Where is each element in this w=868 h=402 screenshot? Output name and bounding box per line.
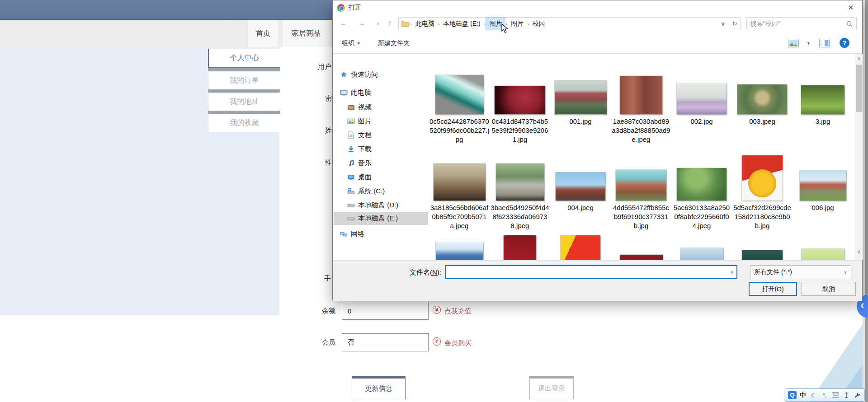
logout-button[interactable]: 退出登录 [529,376,574,399]
punctuation-icon[interactable]: °, [820,391,829,400]
dialog-sidebar-item[interactable]: 网络 [334,228,428,241]
keyboard-icon[interactable] [831,391,840,400]
file-item[interactable] [611,235,671,260]
file-name: 001.jpg [551,117,610,126]
cancel-button[interactable]: 取消 [802,282,856,296]
file-item[interactable]: 5d5acf32d2699cde158d21180c8e9b0b.jpg [732,155,793,230]
file-item[interactable]: 002.jpg [671,73,732,126]
refresh-icon[interactable]: ↻ [729,18,741,30]
menu-separator [208,111,280,114]
dialog-sidebar-item[interactable]: 音乐 [334,157,428,170]
address-dropdown-icon[interactable]: ∨ [717,18,729,30]
nav-tab-home[interactable]: 首页 [248,20,278,47]
dialog-sidebar-label: 图片 [358,117,372,126]
form-label-password: 密 [325,94,332,103]
file-item[interactable]: 006.jpg [793,155,853,212]
dialog-sidebar-item[interactable]: 系统 (C:) [334,185,428,198]
dialog-sidebar-item[interactable]: 下载 [334,143,428,156]
file-item[interactable]: 4dd555472ffb855cb9f69190c377331b.jpg [611,155,671,230]
file-name: 4dd555472ffb855cb9f69190c377331b.jpg [611,203,671,230]
file-thumbnail [800,170,846,201]
filename-input[interactable]: ∨ [445,265,737,279]
file-list-scrollbar[interactable]: ∧ ∨ [855,54,863,260]
scroll-up-icon[interactable]: ∧ [855,55,863,62]
dialog-sidebar-item[interactable]: 文档 [334,129,428,142]
open-button[interactable]: 打开(O) [749,282,797,296]
breadcrumb-item[interactable]: 校园 [529,18,548,30]
file-item[interactable]: 3a8185c56bd606af0b85f9e709b5071a.jpeg [429,155,490,230]
thumbnails-view-icon[interactable] [788,39,799,47]
nav-tab-home-goods[interactable]: 家居商品 [283,20,330,47]
file-item[interactable] [490,235,550,260]
file-item[interactable] [429,235,490,260]
forward-icon[interactable]: → [358,19,366,28]
dialog-sidebar-item[interactable]: 桌面 [334,171,428,184]
file-item[interactable]: 1ae887c030abd89a3d8ba2f88850ad9e.jpeg [611,73,671,144]
file-item[interactable] [671,235,732,260]
dialog-sidebar-item[interactable]: 图片 [334,115,428,128]
dialog-footer: 文件名(N): ∨ 所有文件 (*.*) ∨ 打开(O) 取消 [333,260,862,301]
file-thumbnail-zone [616,155,666,201]
file-item[interactable]: 003.jpeg [732,73,793,126]
file-thumbnail-zone [737,73,787,114]
text-tools-icon[interactable] [842,391,851,400]
sidebar-item-favorites[interactable]: 我的收藏 [208,114,280,132]
search-input[interactable]: 搜索"校园" [746,17,857,30]
chinese-mode-indicator[interactable]: 中 [798,391,807,400]
filename-dropdown-icon[interactable]: ∨ [730,269,734,275]
sidebar-item-orders[interactable]: 我的订单 [208,71,280,89]
file-item[interactable]: 001.jpg [550,73,611,126]
new-folder-button[interactable]: 新建文件夹 [378,39,410,47]
file-item[interactable]: 5ac630133a8a2500f8abfe2295660f04.jpeg [671,155,732,230]
breadcrumb-item[interactable]: 此电脑 [412,18,438,30]
file-thumbnail [496,164,544,201]
download-icon [347,145,355,153]
breadcrumb-item[interactable]: 本地磁盘 (E:) [440,18,483,30]
file-thumbnail [556,172,605,201]
breadcrumb-item[interactable]: 图片 [508,18,527,30]
recharge-link[interactable]: 点我充值 [444,307,472,316]
dialog-sidebar-item[interactable]: 本地磁盘 (D:) [334,199,428,212]
organize-button[interactable]: 组织▼ [342,39,361,47]
file-item[interactable]: 0c431d84737b4b55e39f2f9903e92061.jpg [490,73,550,144]
scroll-down-icon[interactable]: ∨ [855,248,863,256]
file-item[interactable] [550,235,611,260]
filetype-select[interactable]: 所有文件 (*.*) ∨ [750,265,851,279]
sogou-q-icon[interactable]: Q [788,391,797,399]
file-item[interactable]: 0c5cd244287b6370520f99f6dc00b227.jpg [429,73,490,144]
member-input[interactable]: 否 [342,333,429,351]
file-item[interactable]: 004.jpeg [550,155,611,212]
back-icon[interactable]: ← [340,19,347,28]
dialog-sidebar-item[interactable]: 本地磁盘 (E:) [334,212,428,225]
file-item[interactable] [732,235,793,260]
file-name: 004.jpeg [551,203,610,212]
member-buy-link[interactable]: 会员购买 [444,339,472,347]
dialog-sidebar-item[interactable]: 此电脑 [334,86,428,99]
file-item[interactable]: 3.jpg [793,73,853,126]
ime-toolbar[interactable]: Q 中 ☾ °, [785,388,865,402]
dialog-sidebar-item[interactable]: 快速访问 [334,68,428,81]
help-icon[interactable]: ? [840,38,849,48]
wrench-icon[interactable] [853,391,862,400]
filetype-dropdown-icon: ∨ [844,269,847,275]
preview-pane-icon[interactable] [819,39,830,47]
update-info-button[interactable]: 更新信息 [352,376,406,399]
dialog-sidebar-item[interactable]: 视频 [334,101,428,114]
sidebar-item-address[interactable]: 我的地址 [208,93,280,111]
close-icon[interactable]: ✕ [843,2,859,13]
moon-icon[interactable]: ☾ [809,391,818,400]
yen-icon: ¥ [433,337,441,346]
file-item[interactable]: 3baed5d49250f4d48f623336da069738.jpeg [490,155,550,230]
breadcrumb[interactable]: ›此电脑›本地磁盘 (E:)›图片›图片›校园 ∨ ↻ [398,17,741,30]
view-dropdown-icon[interactable]: ▼ [807,41,811,46]
dialog-titlebar[interactable]: 打开 ✕ [333,0,862,15]
menu-separator [208,89,280,93]
history-chevron-icon[interactable]: ∨ [376,21,380,27]
scrollbar-thumb[interactable] [856,65,862,112]
balance-input[interactable]: 0 [342,302,429,320]
sidebar-item-profile[interactable]: 个人中心 [208,49,280,68]
up-icon[interactable]: ↑ [388,19,392,28]
file-thumbnail-zone [504,235,536,260]
file-thumbnail-zone [555,73,607,114]
file-item[interactable] [793,235,853,260]
